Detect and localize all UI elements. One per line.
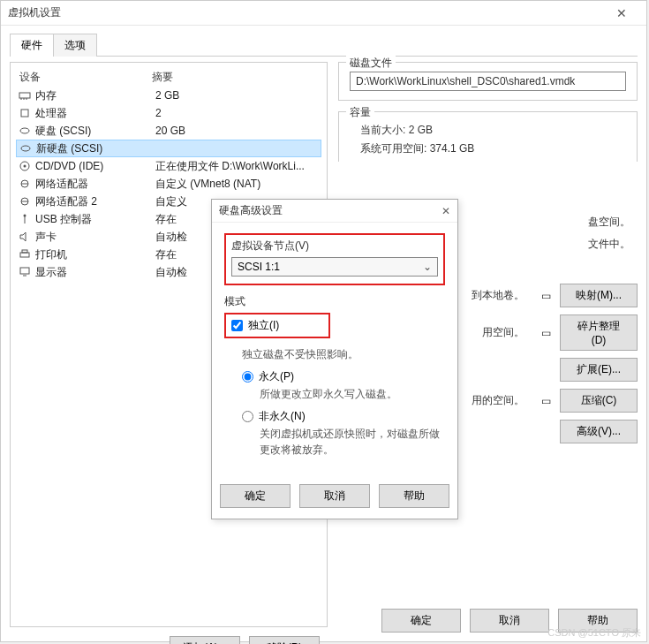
virtual-device-node-highlight: 虚拟设备节点(V) SCSI 1:1 ⌄ <box>224 233 445 285</box>
independent-checkbox[interactable] <box>231 320 243 331</box>
persistent-radio-row[interactable]: 永久(P) <box>242 369 445 384</box>
device-row[interactable]: 网络适配器自定义 (VMnet8 (NAT) <box>16 175 321 193</box>
compress-button[interactable]: 压缩(C) <box>560 389 638 413</box>
device-name: 打印机 <box>35 247 155 262</box>
device-icon <box>18 231 32 243</box>
independent-label: 独立(I) <box>248 318 279 333</box>
tab-hardware[interactable]: 硬件 <box>10 34 54 57</box>
nonpersistent-desc: 关闭虚拟机或还原快照时，对磁盘所做更改将被放弃。 <box>260 426 445 458</box>
expand-button[interactable]: 扩展(E)... <box>560 358 638 382</box>
device-summary: 2 GB <box>155 89 320 102</box>
independent-checkbox-row[interactable]: 独立(I) <box>231 318 323 333</box>
capacity-current: 当前大小: 2 GB <box>350 121 626 140</box>
nonpersistent-radio-row[interactable]: 非永久(N) <box>242 409 445 424</box>
device-buttons: 添加(A)... 移除(R) <box>170 636 320 644</box>
device-name: CD/DVD (IDE) <box>35 160 155 172</box>
close-button[interactable]: ✕ <box>604 2 639 25</box>
device-list-header: 设备 摘要 <box>16 68 321 87</box>
advanced-settings-dialog: 硬盘高级设置 ✕ 虚拟设备节点(V) SCSI 1:1 ⌄ 模式 独立(I) <box>211 199 458 519</box>
vdn-label: 虚拟设备节点(V) <box>231 239 438 254</box>
doc-icon: ▭ <box>539 327 553 339</box>
capacity-group: 容量 当前大小: 2 GB 系统可用空间: 374.1 GB <box>338 111 638 162</box>
sub-cancel-button[interactable]: 取消 <box>299 484 370 508</box>
device-row[interactable]: 硬盘 (SCSI)20 GB <box>16 122 321 140</box>
device-summary: 20 GB <box>155 125 320 137</box>
persistent-radio[interactable] <box>242 371 253 383</box>
device-icon <box>18 107 32 119</box>
svg-point-6 <box>21 146 30 151</box>
device-name: 网络适配器 2 <box>35 194 155 209</box>
subdialog-title: 硬盘高级设置 <box>219 203 441 218</box>
defrag-button[interactable]: 碎片整理(D) <box>560 314 638 351</box>
svg-point-8 <box>24 165 26 168</box>
window-title: 虚拟机设置 <box>8 5 604 20</box>
device-icon <box>18 160 32 172</box>
svg-rect-17 <box>22 250 27 253</box>
device-name: 内存 <box>35 88 155 103</box>
device-row[interactable]: 处理器2 <box>16 104 321 122</box>
header-device: 设备 <box>19 70 152 85</box>
nonpersistent-radio[interactable] <box>242 411 253 422</box>
device-icon <box>18 266 32 278</box>
remove-device-button[interactable]: 移除(R) <box>249 636 320 644</box>
sub-help-button[interactable]: 帮助 <box>379 484 449 508</box>
svg-rect-16 <box>20 253 29 257</box>
svg-marker-15 <box>20 232 26 241</box>
subdialog-buttons: 确定 取消 帮助 <box>212 475 457 519</box>
independent-desc: 独立磁盘不受快照影响。 <box>242 347 445 362</box>
device-name: 声卡 <box>35 230 155 245</box>
device-name: 新硬盘 (SCSI) <box>36 141 156 156</box>
device-summary: 2 <box>155 107 320 119</box>
svg-rect-0 <box>19 93 30 98</box>
doc-icon: ▭ <box>539 290 553 302</box>
svg-rect-4 <box>21 110 28 117</box>
device-name: USB 控制器 <box>35 212 155 227</box>
diskfile-path-input[interactable]: D:\Work\WorkLinux\shell_DSC0\shared1.vmd… <box>350 72 626 91</box>
device-icon <box>19 142 33 155</box>
svg-point-5 <box>20 128 29 133</box>
capacity-free: 系统可用空间: 374.1 GB <box>350 140 626 158</box>
device-icon <box>18 195 32 208</box>
ok-button[interactable]: 确定 <box>381 609 461 633</box>
add-device-button[interactable]: 添加(A)... <box>170 636 240 644</box>
vm-settings-window: 虚拟机设置 ✕ 硬件 选项 设备 摘要 内存2 GB处理器2硬盘 (SCSI)2… <box>0 0 647 642</box>
content-area: 硬件 选项 设备 摘要 内存2 GB处理器2硬盘 (SCSI)20 GB新硬盘 … <box>1 26 646 634</box>
device-name: 硬盘 (SCSI) <box>35 124 155 139</box>
independent-highlight: 独立(I) <box>224 313 330 338</box>
cancel-button[interactable]: 取消 <box>470 609 549 633</box>
sub-ok-button[interactable]: 确定 <box>220 484 291 508</box>
device-name: 显示器 <box>35 265 155 280</box>
advanced-button[interactable]: 高级(V)... <box>560 420 638 443</box>
device-row[interactable]: 新硬盘 (SCSI) <box>16 140 321 157</box>
device-name: 网络适配器 <box>35 177 155 192</box>
persistent-desc: 所做更改立即永久写入磁盘。 <box>260 386 445 402</box>
watermark: CSDN @51CTO 原来 <box>547 626 641 640</box>
device-icon <box>18 125 32 137</box>
doc-icon: ▭ <box>539 395 553 407</box>
subdialog-titlebar: 硬盘高级设置 ✕ <box>212 200 457 223</box>
diskfile-group: 磁盘文件 D:\Work\WorkLinux\shell_DSC0\shared… <box>338 62 638 101</box>
persistent-label: 永久(P) <box>259 369 294 384</box>
device-summary: 自定义 (VMnet8 (NAT) <box>155 177 320 192</box>
device-summary: 正在使用文件 D:\Work\WorkLi... <box>155 159 320 174</box>
subdialog-close-icon[interactable]: ✕ <box>441 205 450 217</box>
chevron-down-icon: ⌄ <box>423 261 432 273</box>
device-name: 处理器 <box>35 106 155 121</box>
titlebar: 虚拟机设置 ✕ <box>1 1 646 26</box>
device-icon <box>18 213 32 225</box>
device-row[interactable]: 内存2 GB <box>16 87 321 104</box>
svg-point-14 <box>24 215 26 217</box>
device-icon <box>18 248 32 261</box>
vdn-select[interactable]: SCSI 1:1 ⌄ <box>231 257 438 277</box>
subdialog-content: 虚拟设备节点(V) SCSI 1:1 ⌄ 模式 独立(I) 独立磁盘不受快照影响… <box>212 223 457 475</box>
device-icon <box>18 89 32 102</box>
tab-options[interactable]: 选项 <box>53 34 97 57</box>
header-summary: 摘要 <box>152 70 318 85</box>
mode-label: 模式 <box>224 294 445 309</box>
map-button[interactable]: 映射(M)... <box>560 284 638 307</box>
device-icon <box>18 178 32 190</box>
tabs: 硬件 选项 <box>10 33 638 57</box>
svg-rect-18 <box>20 268 29 274</box>
device-row[interactable]: CD/DVD (IDE)正在使用文件 D:\Work\WorkLi... <box>16 157 321 175</box>
diskfile-title: 磁盘文件 <box>346 56 396 71</box>
